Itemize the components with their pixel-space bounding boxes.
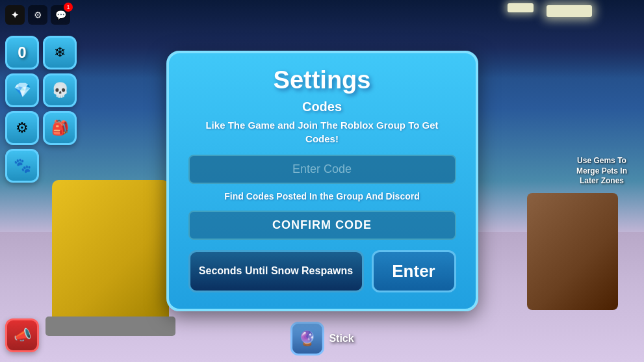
bottom-buttons: Seconds Until Snow Respawns Enter <box>188 250 456 292</box>
modal-title: Settings <box>188 66 456 94</box>
confirm-code-button[interactable]: CONFIRM CODE <box>188 211 456 240</box>
code-input[interactable] <box>188 155 456 184</box>
modal-description: Like The Game and Join The Roblox Group … <box>188 118 456 146</box>
find-codes-text: Find Codes Posted In the Group And Disco… <box>188 190 456 203</box>
modal-section-title: Codes <box>188 99 456 114</box>
respawn-button[interactable]: Seconds Until Snow Respawns <box>188 250 364 292</box>
modal-overlay: Settings Codes Like The Game and Join Th… <box>0 0 644 362</box>
enter-button[interactable]: Enter <box>372 250 456 292</box>
settings-modal: Settings Codes Like The Game and Join Th… <box>166 51 478 312</box>
